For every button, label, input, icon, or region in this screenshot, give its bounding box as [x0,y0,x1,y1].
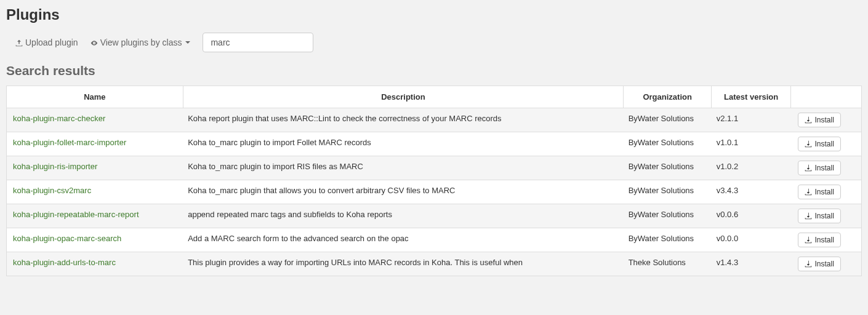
plugin-organization: Theke Solutions [624,252,712,276]
download-icon [805,116,812,124]
download-icon [805,236,812,244]
col-organization-header: Organization [624,86,712,108]
install-label: Install [814,236,834,244]
table-row: koha-plugin-ris-importerKoha to_marc plu… [7,156,861,180]
plugin-description: Koha report plugin that uses MARC::Lint … [183,108,623,132]
download-icon [805,140,812,148]
col-name-header: Name [7,86,183,108]
plugin-organization: ByWater Solutions [624,156,712,180]
table-row: koha-plugin-marc-checkerKoha report plug… [7,108,861,132]
plugin-description: Koha to_marc plugin to import RIS files … [183,156,623,180]
plugin-name-link[interactable]: koha-plugin-csv2marc [13,186,91,195]
table-row: koha-plugin-opac-marc-searchAdd a MARC s… [7,228,861,252]
plugin-version: v1.0.1 [712,132,791,156]
install-label: Install [814,188,834,196]
upload-plugin-button[interactable]: Upload plugin [15,38,78,47]
plugin-name-link[interactable]: koha-plugin-marc-checker [13,114,105,123]
plugin-description: append repeated marc tags and subfields … [183,204,623,228]
col-description-header: Description [183,86,623,108]
plugin-toolbar: Upload plugin View plugins by class [6,33,862,52]
plugin-description: Koha to_marc plugin to import Follet MAR… [183,132,623,156]
plugin-name-link[interactable]: koha-plugin-opac-marc-search [13,234,121,243]
download-icon [805,188,812,196]
plugin-organization: ByWater Solutions [624,204,712,228]
plugin-version: v3.4.3 [712,180,791,204]
col-version-header: Latest version [712,86,791,108]
plugin-name-link[interactable]: koha-plugin-add-urls-to-marc [13,258,116,267]
plugin-version: v1.4.3 [712,252,791,276]
eye-icon [90,39,98,46]
plugin-organization: ByWater Solutions [624,228,712,252]
install-button[interactable]: Install [798,137,840,151]
plugin-organization: ByWater Solutions [624,108,712,132]
install-button[interactable]: Install [798,161,840,175]
plugin-description: Add a MARC search form to the advanced s… [183,228,623,252]
install-label: Install [814,116,834,124]
plugin-search-input[interactable] [203,33,313,52]
results-heading: Search results [6,63,862,78]
download-icon [805,212,812,220]
plugin-description: This plugin provides a way for importing… [183,252,623,276]
plugin-version: v0.0.6 [712,204,791,228]
install-button[interactable]: Install [798,113,840,127]
plugins-table: Name Description Organization Latest ver… [7,86,861,276]
caret-down-icon [185,41,190,44]
plugin-name-link[interactable]: koha-plugin-follet-marc-importer [13,138,126,147]
view-by-class-label: View plugins by class [100,38,182,47]
install-button[interactable]: Install [798,185,840,199]
install-button[interactable]: Install [798,257,840,271]
view-by-class-dropdown[interactable]: View plugins by class [90,38,191,47]
plugin-version: v2.1.1 [712,108,791,132]
table-row: koha-plugin-add-urls-to-marcThis plugin … [7,252,861,276]
plugin-description: Koha to_marc plugin that allows you to c… [183,180,623,204]
table-row: koha-plugin-repeatable-marc-reportappend… [7,204,861,228]
plugin-version: v0.0.0 [712,228,791,252]
download-icon [805,164,812,172]
page-title: Plugins [6,6,862,23]
install-button[interactable]: Install [798,209,840,223]
plugin-name-link[interactable]: koha-plugin-repeatable-marc-report [13,210,139,219]
col-action-header [790,86,861,108]
install-label: Install [814,260,834,268]
plugin-name-link[interactable]: koha-plugin-ris-importer [13,162,97,171]
table-row: koha-plugin-follet-marc-importerKoha to_… [7,132,861,156]
upload-plugin-label: Upload plugin [25,38,78,47]
upload-icon [15,39,23,46]
plugin-organization: ByWater Solutions [624,180,712,204]
plugin-organization: ByWater Solutions [624,132,712,156]
plugin-version: v1.0.2 [712,156,791,180]
install-label: Install [814,140,834,148]
download-icon [805,260,812,268]
install-label: Install [814,212,834,220]
install-button[interactable]: Install [798,233,840,247]
table-row: koha-plugin-csv2marcKoha to_marc plugin … [7,180,861,204]
install-label: Install [814,164,834,172]
results-panel: Name Description Organization Latest ver… [6,86,862,276]
